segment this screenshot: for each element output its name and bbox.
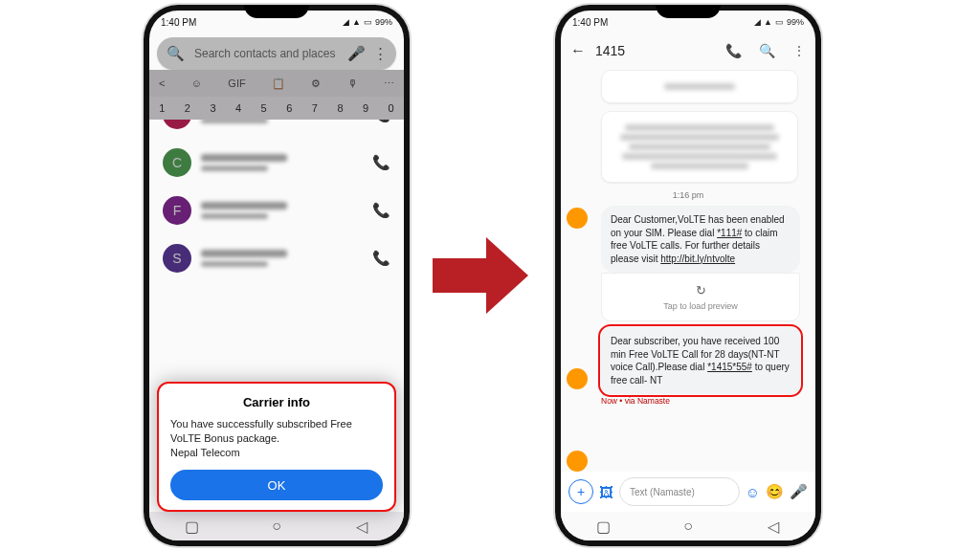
blurred-message-card [601,111,798,183]
sticker-icon[interactable]: ☺ [746,484,760,500]
kb-key[interactable]: 4 [235,102,241,114]
message-timestamp: 1:16 pm [568,190,808,200]
link-preview-card[interactable]: ↻ Tap to load preview [601,273,800,321]
dialog-title: Carrier info [170,395,383,409]
back-icon[interactable]: ← [570,42,586,59]
wifi-icon: ▲ [352,17,361,27]
kb-key[interactable]: 0 [389,102,394,114]
wifi-icon: ▲ [764,17,772,27]
phone-left: 1:40 PM ◢ ▲ ▭ 99% 🔍 🎤 ⋮ TODAY N📞C📞F📞S📞 <… [144,5,410,546]
call-icon[interactable]: 📞 [372,202,390,219]
nav-recent-icon[interactable]: ▢ [596,519,610,533]
contact-row[interactable]: C📞 [149,139,404,187]
contact-row[interactable]: S📞 [149,234,404,282]
battery-pct: 99% [787,17,804,27]
kb-key[interactable]: 7 [312,102,318,114]
status-time: 1:40 PM [161,17,196,28]
mic-icon[interactable]: 🎤 [347,45,366,62]
phone-notch [656,5,721,18]
transition-arrow [433,237,528,314]
contact-meta [201,154,363,171]
kb-key[interactable]: 5 [261,102,267,114]
keyboard-number-row[interactable]: 1234567890 [149,97,404,120]
message-meta: Now • via Namaste [601,396,800,406]
contact-avatar: S [163,244,191,273]
android-navbar: ▢ ○ ◁ [561,512,815,540]
kb-suggestion[interactable]: ⋯ [384,77,394,90]
sms-message[interactable]: Dear Customer,VoLTE has been enabled on … [601,206,800,273]
contact-avatar: F [163,196,191,225]
sender-avatar [567,208,588,229]
emoji-icon[interactable]: 😊 [766,483,784,500]
conversation-title[interactable]: 1415 [595,43,708,58]
search-icon: 🔍 [167,45,185,62]
sms-message-highlighted[interactable]: Dear subscriber, you have received 100 m… [601,327,800,394]
carrier-info-dialog: Carrier info You have successfully subsc… [157,382,396,512]
kb-key[interactable]: 8 [337,102,343,114]
refresh-icon: ↻ [612,283,790,298]
status-time: 1:40 PM [572,17,608,28]
dial-link[interactable]: *1415*55# [707,362,752,372]
ok-button[interactable]: OK [170,470,383,500]
signal-icon: ◢ [343,17,349,27]
contact-avatar: C [163,148,191,177]
battery-pct: 99% [375,17,392,27]
nav-back-icon[interactable]: ◁ [767,519,780,533]
kb-key[interactable]: 1 [159,102,165,114]
contact-meta [201,250,363,267]
search-bar[interactable]: 🔍 🎤 ⋮ [157,37,396,70]
dialog-body: You have successfully subscribed Free Vo… [170,417,383,460]
nav-home-icon[interactable]: ○ [270,519,283,533]
call-icon[interactable]: 📞 [725,43,742,58]
sender-avatar [567,451,588,472]
more-icon[interactable]: ⋮ [792,43,806,58]
kb-key[interactable]: 2 [185,102,190,114]
kb-suggestion[interactable]: GIF [228,77,245,89]
contact-row[interactable]: F📞 [149,187,404,234]
mic-icon[interactable]: 🎤 [790,483,808,500]
sender-avatar [567,368,588,389]
kb-key[interactable]: 9 [363,102,368,114]
search-icon[interactable]: 🔍 [759,43,775,58]
nav-recent-icon[interactable]: ▢ [185,519,198,533]
kb-suggestion[interactable]: ⚙ [311,77,321,90]
kb-key[interactable]: 6 [286,102,292,114]
compose-bar: + 🖼 Text (Namaste) ☺ 😊 🎤 [561,472,815,512]
signal-icon: ◢ [754,17,761,27]
gallery-icon[interactable]: 🖼 [599,484,613,500]
kb-suggestion[interactable]: ☺ [191,77,202,89]
more-icon[interactable]: ⋮ [373,45,388,62]
call-icon[interactable]: 📞 [372,250,390,267]
nav-back-icon[interactable]: ◁ [355,519,368,533]
kb-suggestion[interactable]: 📋 [272,77,285,90]
keyboard-suggestion-bar[interactable]: <☺GIF📋⚙🎙⋯ [149,70,404,97]
kb-suggestion[interactable]: < [159,77,165,89]
compose-input[interactable]: Text (Namaste) [619,477,740,506]
blurred-message-card [601,70,798,103]
kb-key[interactable]: 3 [210,102,215,114]
phone-notch [244,5,309,18]
url-link[interactable]: http://bit.ly/ntvolte [660,253,735,264]
android-navbar: ▢ ○ ◁ [149,512,404,540]
add-button[interactable]: + [568,479,593,504]
call-icon[interactable]: 📞 [372,154,390,171]
battery-icon: ▭ [775,17,784,27]
phone-right: 1:40 PM ◢ ▲ ▭ 99% ← 1415 📞 🔍 ⋮ [555,5,821,546]
battery-icon: ▭ [364,17,372,27]
dial-link[interactable]: *111# [717,228,742,238]
nav-home-icon[interactable]: ○ [681,519,695,533]
message-list[interactable]: 1:16 pm Dear Customer,VoLTE has been ena… [561,64,815,472]
search-input[interactable] [192,46,340,61]
contact-meta [201,202,363,219]
kb-suggestion[interactable]: 🎙 [347,77,358,89]
